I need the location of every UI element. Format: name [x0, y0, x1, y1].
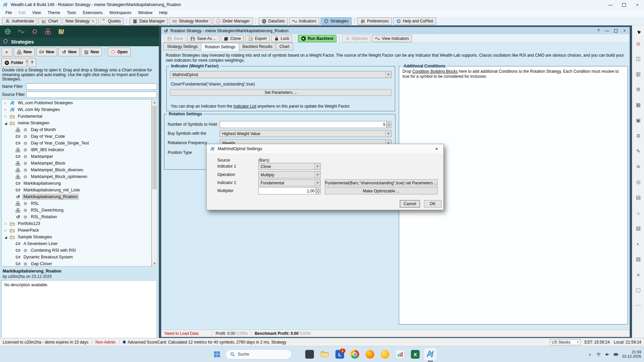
columns-tool-icon[interactable]: ▥ [635, 70, 642, 78]
new-button[interactable]: C#New [36, 48, 57, 56]
expand-arrow-icon[interactable]: ▷ [4, 229, 8, 232]
tab-backtest-results[interactable]: Backtest Results [239, 43, 276, 50]
hatch-tool-icon[interactable]: ▨ [635, 255, 642, 263]
menu-window[interactable]: Window [135, 9, 156, 16]
layers-tool-icon[interactable]: ≋ [635, 163, 642, 170]
taskbar-app-wealthlab[interactable] [424, 348, 436, 360]
strategy-window-titlebar[interactable]: ↺ Rotation Strategy - meine Strategien\M… [161, 27, 630, 34]
tree-item-a-seventeen-liner[interactable]: C#A Seventeen Liner [2, 240, 151, 247]
dialog-select-indicator-2[interactable]: Fundamental▼ [258, 179, 321, 186]
run-backtest-button[interactable]: ▶Run Backtest [298, 35, 336, 42]
tree-item-combining-rsi-with-rsi[interactable]: C#⚙Combining RSI with RSI [2, 247, 151, 254]
rows-tool-icon[interactable]: ▤ [635, 194, 642, 201]
tree-item-marktkapitalisierung-roation[interactable]: ↺Marktkapitalisierung_Roation [2, 193, 151, 200]
collapse-button[interactable]: « [1, 48, 12, 56]
menu-theme[interactable]: Theme [44, 9, 63, 16]
conditions-drop-area[interactable]: Drop Condition Building Blocks here to a… [399, 66, 628, 81]
lock-button[interactable]: Lock [271, 35, 292, 42]
expand-arrow-icon[interactable]: ▷ [4, 101, 8, 105]
spin-up-icon[interactable]: ▲ [316, 187, 321, 191]
dots-tool-icon[interactable]: ⋯ [635, 302, 642, 309]
tree-item-marktkapitalisierung[interactable]: C#Marktkapitalisierung [2, 180, 151, 187]
expand-arrow-icon[interactable]: ▷ [4, 222, 8, 225]
grid-tool-icon[interactable]: ▦ [635, 101, 642, 109]
quotes-button[interactable]: "Quotes [98, 17, 124, 25]
help-and-copilot-button[interactable]: Help and CoPilot [393, 17, 436, 25]
scroll-up-icon[interactable]: ▲ [152, 100, 157, 105]
dialog-extra-button-indicator-2[interactable]: Fundamental(Bars,"sharesoutstanding",tru… [325, 179, 438, 186]
menu-tool-icon[interactable]: ≡ [635, 271, 642, 278]
strategies-button[interactable]: Strategies [321, 17, 352, 25]
frame-tool-icon[interactable]: ▢ [635, 286, 642, 294]
tree-item-wl-com-my-strategies[interactable]: ▷WL.com My Strategies [2, 106, 151, 113]
setting-select-buy-symbols-with-the[interactable]: Highest Weight Value▼ [220, 130, 391, 137]
dialog-titlebar[interactable]: MathIndOpInd Settings × [207, 144, 443, 153]
tree-item-day-of-year-code-single-test[interactable]: C#⚙Day of Year_Code_Single_Test [2, 140, 151, 146]
order-manager-button[interactable]: Order Manager [213, 17, 253, 25]
wave-icon[interactable] [17, 28, 25, 35]
tree-item-marktampel[interactable]: C#⚙Marktampel [2, 153, 151, 160]
new-strategy-button[interactable]: New Strategy▾ [62, 17, 97, 25]
taskbar-app-firefox[interactable] [364, 348, 376, 360]
menu-view[interactable]: View [29, 9, 44, 16]
tab-chart[interactable]: Chart [276, 43, 293, 50]
start-button[interactable] [211, 349, 223, 360]
list-tool-icon[interactable]: ≣ [635, 132, 642, 139]
tree-item-portfolio123[interactable]: ▷Portfolio123 [2, 220, 151, 227]
expand-arrow-icon[interactable]: ▷ [4, 115, 8, 118]
tree-item-day-of-year-code[interactable]: C#⚙Day of Year_Code [2, 133, 151, 140]
disc-tool-icon[interactable]: ◐ [635, 240, 642, 247]
dialog-select-operation[interactable]: Multiply▼ [258, 171, 321, 178]
gear-tool-icon[interactable]: ⚙ [635, 86, 642, 93]
menu-tools[interactable]: Tools [63, 9, 79, 16]
cancel-button[interactable]: Cancel [400, 200, 420, 207]
close-icon[interactable]: × [620, 27, 629, 34]
menu-extensions[interactable]: Extensions [79, 9, 106, 16]
collapse-arrow-icon[interactable]: ◢ [4, 235, 8, 239]
datasets-button[interactable]: DataSets [259, 17, 288, 25]
spin-down-icon[interactable]: ▼ [387, 125, 391, 128]
view-indicators-button[interactable]: View Indicators [372, 35, 412, 42]
tree-item-marktkapitalisierung-mit-liste[interactable]: C#Marktkapitalisierung_mit_Liste [2, 187, 151, 193]
tree-item-gap-closer[interactable]: C#⚙Gap Closer [2, 260, 151, 266]
tree-item-sample-strategies[interactable]: ◢Sample Strategies [2, 234, 151, 240]
dialog-spinner-multiplier[interactable]: 1,00▲▼ [258, 187, 321, 194]
battery-icon[interactable] [613, 352, 619, 357]
indicator-list-link[interactable]: Indicator List [233, 104, 256, 109]
tree-item-wl-com-published-strategies[interactable]: ▷WL.com Published Strategies [2, 100, 151, 106]
wifi-icon[interactable] [596, 352, 601, 357]
no-entry-icon[interactable]: ⊘ [635, 40, 642, 48]
spinner-arrows[interactable]: ▲▼ [387, 121, 391, 128]
globe-icon[interactable] [4, 28, 11, 35]
chart-button[interactable]: Chart [39, 17, 61, 25]
target-tool-icon[interactable]: ◎ [635, 178, 642, 186]
tree-scrollbar[interactable]: ▲ ▼ [152, 99, 157, 266]
dialog-extra-button-multiplier[interactable]: Make Optimizable ... [325, 187, 438, 194]
clone-button[interactable]: Clone [221, 35, 244, 42]
item-button[interactable]: ? [28, 58, 36, 67]
tree-item-day-of-month[interactable]: ⚙Day of Month [2, 126, 151, 133]
minimize-icon[interactable]: — [604, 0, 617, 9]
collapse-arrow-icon[interactable]: ◢ [4, 121, 8, 125]
authenticate-button[interactable]: Authenticate [2, 17, 37, 25]
menu-file[interactable]: File [2, 9, 15, 16]
home-tool-icon[interactable]: ⌂ [635, 209, 642, 217]
set-parameters-button[interactable]: Set Parameters ... [170, 89, 391, 96]
tree-item-rsl-rotation[interactable]: ↺⚙RSL_Rotation [2, 214, 151, 220]
scroll-down-icon[interactable]: ▼ [152, 261, 157, 266]
tree-item-marktampel-block[interactable]: ⚙Marktampel_Block [2, 160, 151, 167]
tree-item-rsl-gewichtung[interactable]: ⚙RSL_Gewichtung [2, 207, 151, 214]
data-manager-button[interactable]: Data Manager [129, 17, 168, 25]
name-filter-input[interactable] [26, 83, 157, 90]
help-icon[interactable]: ? [594, 27, 603, 34]
volume-icon[interactable] [604, 352, 610, 357]
taskbar-app-desktop-app[interactable] [304, 348, 316, 360]
restore-icon[interactable] [611, 27, 620, 34]
tree-item-fundamental[interactable]: ▷Fundamental [2, 113, 151, 120]
books-icon[interactable] [58, 28, 65, 35]
blocks-red-icon[interactable] [44, 28, 52, 35]
folder-button[interactable]: +Folder [1, 58, 26, 67]
tree-item-powerpack[interactable]: ▷PowerPack [2, 227, 151, 234]
taskbar-app-chrome[interactable] [349, 348, 361, 360]
expand-arrow-icon[interactable]: ▷ [4, 108, 8, 111]
